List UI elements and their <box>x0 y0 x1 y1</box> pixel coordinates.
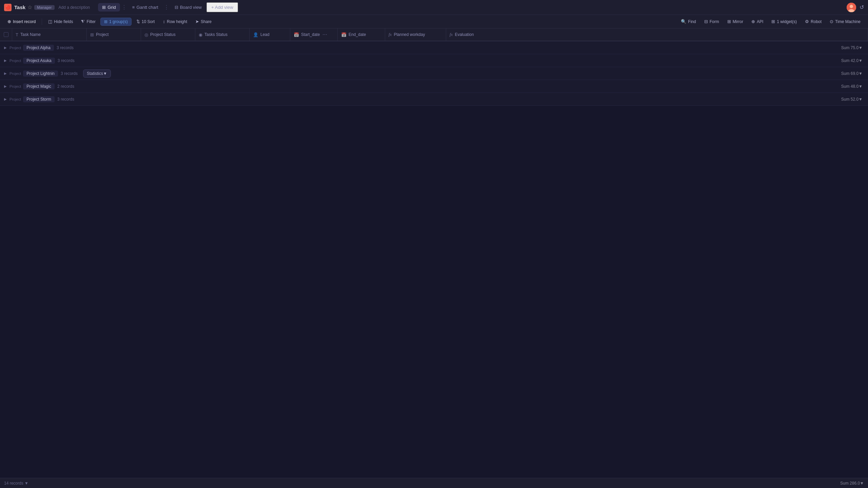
board-icon: ⊟ <box>175 5 178 10</box>
records-count-alpha: 3 records <box>57 45 74 50</box>
group-label-project-magic: Project Project Magic <box>9 83 55 89</box>
row-height-button[interactable]: ↕ Row height <box>159 18 191 25</box>
col-header-project[interactable]: ⊞ Project <box>87 28 141 41</box>
group-button[interactable]: ⊞ 1 group(s) <box>100 18 132 26</box>
footer-sum[interactable]: Sum 286.0▼ <box>840 481 864 486</box>
top-bar: 🔴 Task ☆ Manager Add a description ⊞ Gri… <box>0 0 868 15</box>
robot-icon: ⚙ <box>805 19 809 24</box>
group-row-project-magic: ▶ Project Project Magic 2 records Sum 48… <box>0 80 868 93</box>
col-header-project-status[interactable]: ◎ Project Status <box>141 28 195 41</box>
insert-icon: ⊕ <box>7 19 11 24</box>
records-count-magic: 2 records <box>57 84 74 89</box>
statistics-popup[interactable]: Statistics▼ <box>83 69 111 78</box>
toolbar-sep-1 <box>42 18 42 25</box>
form-icon: ⊟ <box>704 19 708 24</box>
insert-record-button[interactable]: ⊕ Insert record <box>4 18 39 25</box>
robot-button[interactable]: ⚙ Robot <box>802 18 825 25</box>
undo-icon[interactable]: ↺ <box>860 4 864 11</box>
gantt-icon: ≡ <box>132 5 135 10</box>
widgets-icon: ⊞ <box>771 19 775 24</box>
svg-point-1 <box>850 5 853 8</box>
title-area: Task ☆ Manager <box>14 4 55 11</box>
row-height-icon: ↕ <box>163 19 165 24</box>
footer-records-count[interactable]: 14 records ▼ <box>4 481 28 486</box>
start-date-col-icon: 📅 <box>294 32 299 37</box>
sum-lightning[interactable]: Sum 69.0▼ <box>841 71 868 76</box>
end-date-col-icon: 📅 <box>341 32 347 37</box>
grid-header: T Task Name ⊞ Project ◎ Project Status ◉… <box>0 28 868 41</box>
planned-col-icon: fx <box>389 32 392 37</box>
group-label-project-asuka: Project Project Asuka <box>9 58 55 64</box>
sum-asuka[interactable]: Sum 42.0▼ <box>841 58 868 63</box>
api-icon: ⊕ <box>751 19 755 24</box>
time-machine-button[interactable]: ⊙ Time Machine <box>826 18 864 25</box>
records-count-asuka: 3 records <box>58 58 75 63</box>
records-count-storm: 3 records <box>57 97 74 102</box>
group-row-project-asuka: ▶ Project Project Asuka 3 records Sum 42… <box>0 54 868 67</box>
sort-icon: ⇅ <box>136 19 140 24</box>
group-row-project-alpha: ▶ Project Project Alpha 3 records Sum 75… <box>0 41 868 54</box>
filter-icon: ⧨ <box>81 19 85 24</box>
footer-bar: 14 records ▼ Sum 286.0▼ <box>0 478 868 488</box>
find-icon: 🔍 <box>681 19 686 24</box>
share-icon: ➤ <box>195 19 199 24</box>
view-tabs: ⊞ Grid ⋮ ≡ Gantt chart ⋮ ⊟ Board view + … <box>98 2 238 12</box>
form-button[interactable]: ⊟ Form <box>701 18 723 25</box>
start-date-more-btn[interactable]: ⋯ <box>322 32 328 37</box>
tab-board[interactable]: ⊟ Board view <box>171 3 206 12</box>
user-avatar[interactable] <box>847 3 856 12</box>
app-title: Task <box>14 4 25 10</box>
project-col-icon: ⊞ <box>90 32 94 37</box>
sum-alpha[interactable]: Sum 75.0▼ <box>841 45 868 50</box>
expand-project-lightning[interactable]: ▶ <box>3 71 8 76</box>
add-view-button[interactable]: + Add view <box>206 2 238 12</box>
api-button[interactable]: ⊕ API <box>748 18 767 25</box>
group-row-project-lightning: ▶ Project Project Lightnin 3 records Sta… <box>0 67 868 80</box>
expand-project-alpha[interactable]: ▶ <box>3 45 8 50</box>
app-description[interactable]: Add a description <box>59 5 90 10</box>
col-header-task-name[interactable]: T Task Name <box>12 28 87 41</box>
group-label-project-alpha: Project Project Alpha <box>9 45 54 51</box>
tab-grid[interactable]: ⊞ Grid <box>98 3 120 12</box>
tab-sep-2: ⋮ <box>163 4 170 11</box>
col-header-tasks-status[interactable]: ◉ Tasks Status <box>195 28 250 41</box>
expand-project-asuka[interactable]: ▶ <box>3 58 8 63</box>
select-all-checkbox[interactable] <box>0 28 12 41</box>
mirror-icon: ⊞ <box>727 19 731 24</box>
group-label-project-lightning: Project Project Lightnin <box>9 70 58 77</box>
widgets-button[interactable]: ⊞ 1 widget(s) <box>768 18 800 25</box>
hide-fields-icon: ◫ <box>48 19 52 24</box>
expand-project-storm[interactable]: ▶ <box>3 97 8 102</box>
mirror-button[interactable]: ⊞ Mirror <box>724 18 747 25</box>
col-header-end-date[interactable]: 📅 End_date <box>338 28 385 41</box>
grid-body: ▶ Project Project Alpha 3 records Sum 75… <box>0 41 868 478</box>
filter-button[interactable]: ⧨ Filter <box>78 18 99 26</box>
grid-icon: ⊞ <box>102 5 106 10</box>
group-label-project-storm: Project Project Storm <box>9 96 55 102</box>
eval-col-icon: fx <box>450 32 453 37</box>
hide-fields-button[interactable]: ◫ Hide fields <box>45 18 76 25</box>
top-right-icons: ↺ <box>847 3 864 12</box>
app-icon: 🔴 <box>4 4 12 11</box>
share-button[interactable]: ➤ Share <box>192 18 215 25</box>
sum-storm[interactable]: Sum 52.0▼ <box>841 97 868 102</box>
time-machine-icon: ⊙ <box>830 19 833 24</box>
group-icon: ⊞ <box>104 19 107 24</box>
records-count-lightning: 3 records <box>61 71 78 76</box>
col-header-start-date[interactable]: 📅 Start_date ⋯ <box>290 28 338 41</box>
tab-sep-1: ⋮ <box>121 4 127 11</box>
task-name-col-icon: T <box>16 32 18 37</box>
sort-button[interactable]: ⇅ 10 Sort <box>133 18 158 25</box>
group-row-project-storm: ▶ Project Project Storm 3 records Sum 52… <box>0 93 868 106</box>
col-header-planned-workday[interactable]: fx Planned workday <box>385 28 446 41</box>
project-status-col-icon: ◎ <box>144 32 148 37</box>
expand-project-magic[interactable]: ▶ <box>3 84 8 89</box>
sum-magic[interactable]: Sum 48.0▼ <box>841 84 868 89</box>
find-button[interactable]: 🔍 Find <box>677 18 699 25</box>
toolbar: ⊕ Insert record ◫ Hide fields ⧨ Filter ⊞… <box>0 15 868 28</box>
tab-gantt[interactable]: ≡ Gantt chart <box>128 3 162 12</box>
col-header-lead[interactable]: 👤 Lead <box>250 28 290 41</box>
manager-badge: Manager <box>34 5 54 10</box>
tasks-status-col-icon: ◉ <box>199 32 202 37</box>
col-header-evaluation[interactable]: fx Evaluation <box>446 28 868 41</box>
